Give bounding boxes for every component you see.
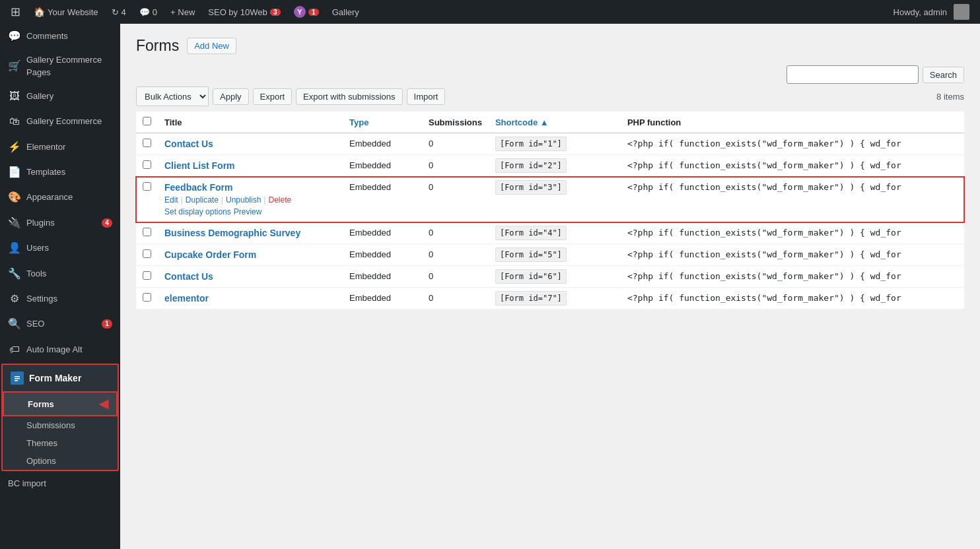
- row-action-preview[interactable]: Preview: [234, 207, 262, 216]
- form-title-link[interactable]: Feedback Form: [164, 182, 232, 193]
- adminbar-seo[interactable]: SEO by 10Web 3: [203, 0, 285, 24]
- export-with-submissions-button[interactable]: Export with submissions: [296, 88, 402, 105]
- table-row: Contact UsEmbedded0[Form id="6"]<?php if…: [136, 266, 964, 288]
- form-title-link[interactable]: Business Demographic Survey: [164, 228, 300, 238]
- add-new-button[interactable]: Add New: [187, 38, 236, 54]
- select-all-checkbox[interactable]: [143, 117, 151, 125]
- sidebar-item-tools[interactable]: 🔧 Tools: [0, 261, 120, 286]
- table-header-title[interactable]: Title: [158, 112, 343, 133]
- adminbar-new[interactable]: + New: [165, 0, 200, 24]
- bulk-actions-wrapper: Bulk Actions: [136, 86, 209, 106]
- table-head: Title Type Submissions Shortcode ▲ PHP f…: [136, 112, 964, 133]
- table-row: Cupcake Order FormEmbedded0[Form id="5"]…: [136, 244, 964, 266]
- form-maker-section: Form Maker Forms ◀ Submissions Themes Op…: [1, 364, 119, 471]
- adminbar-updates[interactable]: ↻ 4: [106, 0, 131, 24]
- row-type-cell: Embedded: [343, 155, 422, 177]
- shortcode-value[interactable]: [Form id="5"]: [495, 247, 567, 262]
- row-php-cell: <?php if( function_exists("wd_form_maker…: [621, 288, 964, 309]
- row-action-set-display-options[interactable]: Set display options: [164, 207, 231, 216]
- row-submissions-cell: 0: [422, 222, 489, 244]
- sidebar: 💬 Comments 🛒 Gallery Ecommerce Pages 🖼 G…: [0, 24, 120, 549]
- row-title-cell: Cupcake Order Form: [158, 244, 343, 266]
- sidebar-item-themes[interactable]: Themes: [3, 434, 118, 452]
- table-row: elementorEmbedded0[Form id="7"]<?php if(…: [136, 288, 964, 309]
- form-maker-header[interactable]: Form Maker: [3, 365, 118, 391]
- sidebar-item-plugins[interactable]: 🔌 Plugins 4: [0, 210, 120, 236]
- row-submissions-cell: 0: [422, 177, 489, 222]
- form-title-link[interactable]: Cupcake Order Form: [164, 249, 256, 260]
- adminbar-yoast[interactable]: Y 1: [289, 0, 324, 24]
- row-checkbox[interactable]: [143, 160, 151, 169]
- sidebar-item-elementor[interactable]: ⚡ Elementor: [0, 135, 120, 160]
- sidebar-item-gallery-ecommerce-pages[interactable]: 🛒 Gallery Ecommerce Pages: [0, 49, 120, 83]
- form-title-link[interactable]: elementor: [164, 293, 209, 304]
- row-checkbox[interactable]: [143, 182, 151, 191]
- row-checkbox-cell: [136, 133, 158, 155]
- row-action-edit[interactable]: Edit: [164, 195, 178, 205]
- sidebar-item-auto-image-alt[interactable]: 🏷 Auto Image Alt: [0, 337, 120, 362]
- adminbar-wp-logo[interactable]: ⊞: [5, 0, 26, 24]
- adminbar-comments[interactable]: 💬 0: [134, 0, 162, 24]
- row-action-delete[interactable]: Delete: [268, 195, 291, 205]
- forms-arrow-indicator: ◀: [99, 397, 108, 411]
- import-button[interactable]: Import: [407, 88, 446, 105]
- shortcode-sort-link[interactable]: Shortcode ▲: [495, 117, 549, 127]
- sidebar-item-options[interactable]: Options: [3, 452, 118, 470]
- search-button[interactable]: Search: [923, 67, 964, 83]
- sidebar-item-gallery-ecommerce[interactable]: 🛍 Gallery Ecommerce: [0, 109, 120, 134]
- row-type-cell: Embedded: [343, 288, 422, 309]
- form-maker-subitems: Forms ◀ Submissions Themes Options: [3, 391, 118, 470]
- form-title-link[interactable]: Contact Us: [164, 271, 213, 282]
- adminbar-gallery[interactable]: Gallery: [327, 0, 365, 24]
- row-php-cell: <?php if( function_exists("wd_form_maker…: [621, 266, 964, 288]
- shortcode-value[interactable]: [Form id="6"]: [495, 269, 567, 284]
- row-checkbox-cell: [136, 177, 158, 222]
- table-body: Contact UsEmbedded0[Form id="1"]<?php if…: [136, 133, 964, 309]
- row-php-cell: <?php if( function_exists("wd_form_maker…: [621, 155, 964, 177]
- sidebar-item-settings[interactable]: ⚙ Settings: [0, 286, 120, 311]
- table-header-php: PHP function: [621, 112, 964, 133]
- bulk-actions-select[interactable]: Bulk Actions: [136, 86, 209, 106]
- shortcode-value[interactable]: [Form id="1"]: [495, 137, 567, 151]
- row-action-unpublish[interactable]: Unpublish: [226, 195, 261, 205]
- sidebar-item-bc-import[interactable]: BC import: [0, 472, 120, 495]
- row-actions-2: Set display optionsPreview: [164, 207, 336, 216]
- table-header-type[interactable]: Type: [343, 112, 422, 133]
- row-checkbox[interactable]: [143, 293, 151, 302]
- type-sort-link[interactable]: Type: [349, 117, 368, 127]
- sidebar-item-gallery[interactable]: 🖼 Gallery: [0, 84, 120, 109]
- form-title-link[interactable]: Client List Form: [164, 160, 235, 171]
- row-type-cell: Embedded: [343, 244, 422, 266]
- gallery-ecommerce-pages-icon: 🛒: [8, 59, 21, 73]
- search-input[interactable]: [787, 65, 919, 84]
- row-shortcode-cell: [Form id="1"]: [489, 133, 621, 155]
- sidebar-item-users[interactable]: 👤 Users: [0, 236, 120, 261]
- row-type-cell: Embedded: [343, 133, 422, 155]
- row-checkbox[interactable]: [143, 228, 151, 236]
- export-button[interactable]: Export: [253, 88, 293, 105]
- table-header-shortcode[interactable]: Shortcode ▲: [489, 112, 621, 133]
- comments-icon: 💬: [8, 29, 21, 44]
- shortcode-value[interactable]: [Form id="3"]: [495, 180, 567, 195]
- items-count: 8 items: [936, 92, 964, 102]
- apply-button[interactable]: Apply: [213, 88, 249, 105]
- sidebar-item-appearance[interactable]: 🎨 Appearance: [0, 185, 120, 210]
- row-checkbox[interactable]: [143, 271, 151, 280]
- sidebar-item-seo[interactable]: 🔍 SEO 1: [0, 311, 120, 337]
- shortcode-value[interactable]: [Form id="4"]: [495, 226, 567, 240]
- table-row: Client List FormEmbedded0[Form id="2"]<?…: [136, 155, 964, 177]
- row-checkbox[interactable]: [143, 139, 151, 147]
- row-php-cell: <?php if( function_exists("wd_form_maker…: [621, 222, 964, 244]
- row-checkbox[interactable]: [143, 249, 151, 258]
- sidebar-item-submissions[interactable]: Submissions: [3, 416, 118, 434]
- sidebar-item-forms[interactable]: Forms ◀: [3, 391, 118, 416]
- main-layout: 💬 Comments 🛒 Gallery Ecommerce Pages 🖼 G…: [0, 24, 980, 549]
- row-action-duplicate[interactable]: Duplicate: [186, 195, 219, 205]
- shortcode-value[interactable]: [Form id="7"]: [495, 291, 567, 306]
- sidebar-item-templates[interactable]: 📄 Templates: [0, 160, 120, 185]
- shortcode-value[interactable]: [Form id="2"]: [495, 158, 567, 173]
- adminbar-site-name[interactable]: 🏠 Your Website: [28, 0, 104, 24]
- form-title-link[interactable]: Contact Us: [164, 139, 213, 149]
- row-shortcode-cell: [Form id="3"]: [489, 177, 621, 222]
- sidebar-item-comments[interactable]: 💬 Comments: [0, 24, 120, 49]
